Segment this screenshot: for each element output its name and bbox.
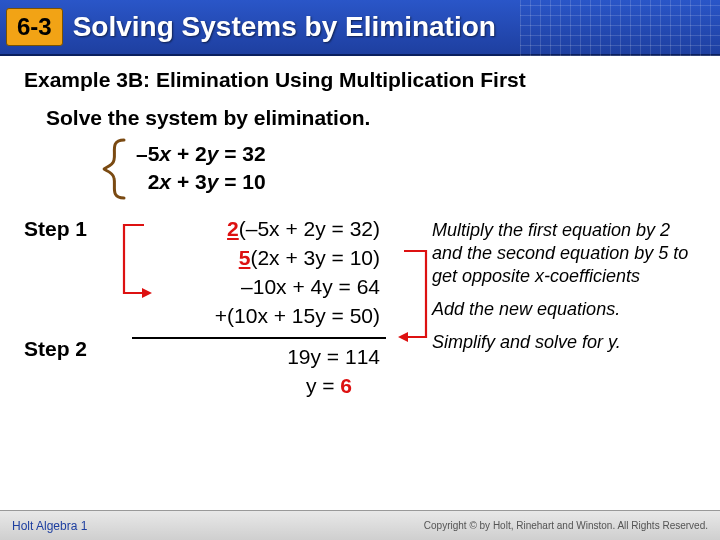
step-2-work: 19y = 114 y = 6 [132,335,386,401]
instruction-text: Solve the system by elimination. [46,106,696,130]
step-1-work: 2(–5x + 2y = 32) 5(2x + 3y = 10) –10x + … [132,215,386,331]
svg-marker-1 [398,332,408,342]
explanation-2: Add the new equations. [432,298,690,321]
footer-book-title: Holt Algebra 1 [12,519,87,533]
example-heading: Example 3B: Elimination Using Multiplica… [24,68,696,92]
step-1-row: Step 1 2(–5x + 2y = 32) 5(2x + 3y = 10) … [24,215,432,331]
equation-1: –5x + 2y = 32 [136,140,696,168]
work-column: Step 1 2(–5x + 2y = 32) 5(2x + 3y = 10) … [24,215,432,401]
red-arrow-bracket-right-icon [398,245,438,345]
footer-copyright: Copyright © by Holt, Rinehart and Winsto… [424,520,708,531]
header-grid-decoration [520,0,720,56]
lesson-number-badge: 6-3 [6,8,63,46]
step-2-row: Step 2 19y = 114 y = 6 [24,335,432,401]
explanation-column: Multiply the first equation by 2 and the… [432,215,696,401]
slide-footer: Holt Algebra 1 Copyright © by Holt, Rine… [0,510,720,540]
equation-system: –5x + 2y = 32 2x + 3y = 10 [136,140,696,197]
slide-content: Example 3B: Elimination Using Multiplica… [0,56,720,401]
explanation-1: Multiply the first equation by 2 and the… [432,219,690,288]
curly-brace-icon [96,138,130,200]
explanation-3: Simplify and solve for y. [432,331,690,354]
equation-2: 2x + 3y = 10 [136,168,696,196]
step-2-label: Step 2 [24,335,132,361]
lesson-title: Solving Systems by Elimination [73,11,496,43]
slide-header: 6-3 Solving Systems by Elimination [0,0,720,56]
